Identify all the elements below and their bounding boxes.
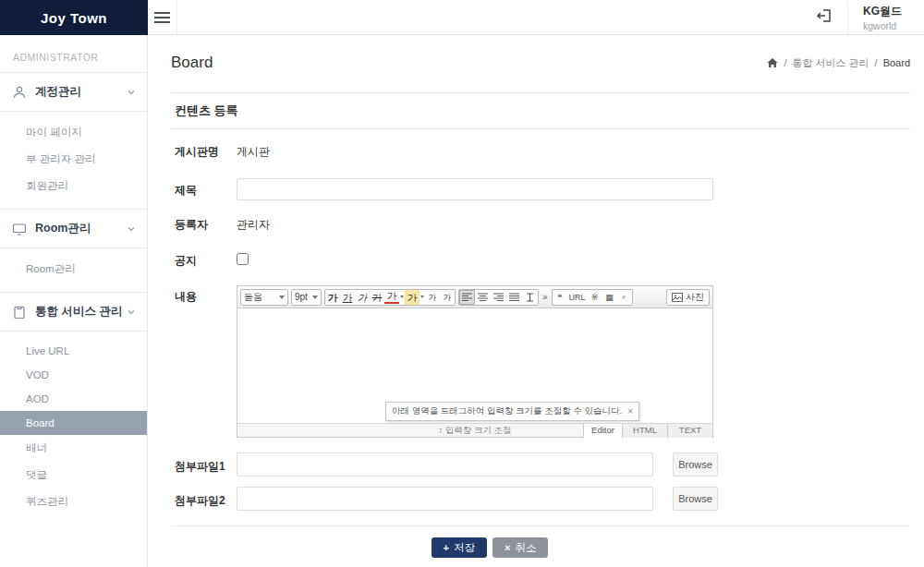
table-button[interactable]: ▦ [602, 290, 617, 305]
notice-checkbox[interactable] [237, 253, 249, 265]
chevron-down-icon [127, 88, 136, 97]
logout-button[interactable] [803, 3, 847, 31]
notice-label: 공지 [175, 253, 237, 269]
home-icon[interactable] [767, 57, 778, 68]
align-right-icon [493, 293, 504, 302]
caret-down-icon[interactable] [420, 296, 424, 298]
sidebar-item-live-url[interactable]: Live URL [0, 339, 147, 363]
sidebar-item-room[interactable]: Room관리 [0, 256, 147, 283]
attachment2-input[interactable] [237, 487, 653, 511]
align-left-button[interactable] [459, 290, 475, 305]
admin-label: ADMINISTRATOR [0, 35, 147, 72]
subscript-button[interactable]: 가 [440, 290, 455, 305]
author-row: 등록자 관리자 [171, 217, 910, 233]
chevron-down-icon [127, 224, 136, 234]
editor-toolbar: 돋움 9pt 가 가 가 가 [237, 286, 712, 308]
editor-mode-tabs: Editor HTML TEXT [583, 424, 712, 438]
align-justify-icon [509, 293, 519, 302]
attachment2-browse-button[interactable]: Browse [673, 487, 718, 511]
topbar: Joy Town KG월드 kgworld [0, 0, 924, 35]
breadcrumb-sep: / [875, 57, 878, 68]
italic-button[interactable]: 가 [355, 290, 370, 305]
attachment1-browse-button[interactable]: Browse [673, 452, 718, 477]
sidebar-item-my-page[interactable]: 마이 페이지 [0, 119, 147, 146]
highlight-color-button[interactable]: 가 [405, 290, 419, 305]
sidebar-list-services: Live URL VOD AOD Board 배너 댓글 퀴즈관리 [0, 331, 147, 525]
attachment1-label: 첨부파일1 [175, 452, 237, 477]
cancel-button[interactable]: × 취소 [492, 537, 548, 558]
sidebar-item-members[interactable]: 회원관리 [0, 173, 147, 199]
sidebar-section-account: 계정관리 마이 페이지 부 관리자 관리 회원관리 [0, 72, 147, 209]
author-label: 등록자 [175, 217, 237, 233]
breadcrumb-item[interactable]: 통합 서비스 관리 [792, 56, 869, 70]
topbar-spacer [177, 0, 803, 34]
sidebar-item-vod[interactable]: VOD [0, 363, 147, 387]
insert-photo-button[interactable]: 사진 [666, 289, 710, 306]
attachment1-row: 첨부파일1 Browse [171, 452, 910, 477]
sidebar-item-banner[interactable]: 배너 [0, 435, 147, 462]
sidebar-list-account: 마이 페이지 부 관리자 관리 회원관리 [0, 111, 147, 209]
tab-html[interactable]: HTML [622, 424, 667, 438]
sidebar-section-services-header[interactable]: 통합 서비스 관리 [0, 293, 147, 331]
bold-button[interactable]: 가 [325, 290, 340, 305]
font-color-button[interactable]: 가 [384, 290, 399, 304]
sidebar-item-aod[interactable]: AOD [0, 387, 147, 411]
search-button[interactable]: ⌕ [617, 290, 632, 305]
font-size-select[interactable]: 9pt [291, 289, 322, 306]
align-right-button[interactable] [491, 290, 506, 305]
title-input[interactable] [237, 178, 713, 200]
line-height-button[interactable] [522, 290, 538, 305]
align-center-button[interactable] [475, 290, 491, 305]
tab-editor[interactable]: Editor [583, 424, 622, 438]
title-label: 제목 [175, 178, 237, 200]
page-header: Board / 통합 서비스 관리 / Board [148, 35, 924, 85]
link-button[interactable]: URL [567, 290, 588, 305]
sidebar-section-label: Room관리 [35, 221, 127, 236]
caret-down-icon[interactable] [400, 296, 404, 298]
form-actions: + 저장 × 취소 [171, 537, 808, 567]
special-char-button[interactable]: ※ [588, 290, 602, 305]
sidebar: ADMINISTRATOR 계정관리 마이 페이지 부 관리자 관리 회원관리 … [0, 35, 148, 567]
rich-text-editor: 돋움 9pt 가 가 가 가 [237, 285, 713, 438]
align-button-group [458, 289, 539, 306]
sidebar-item-board[interactable]: Board [0, 411, 147, 435]
breadcrumb: / 통합 서비스 관리 / Board [767, 56, 910, 70]
toolbar-more-button[interactable]: » [541, 292, 549, 302]
font-family-select[interactable]: 돋움 [240, 289, 288, 306]
content-label: 내용 [175, 285, 237, 438]
sidebar-section-services: 통합 서비스 관리 Live URL VOD AOD Board 배너 댓글 퀴… [0, 292, 147, 525]
sidebar-item-comments[interactable]: 댓글 [0, 462, 147, 489]
tab-text[interactable]: TEXT [667, 424, 712, 438]
notice-row: 공지 [171, 253, 910, 269]
sidebar-item-sub-admin[interactable]: 부 관리자 관리 [0, 146, 147, 173]
monitor-icon [12, 222, 27, 236]
sidebar-section-account-header[interactable]: 계정관리 [0, 73, 147, 111]
user-icon [12, 85, 27, 100]
font-size-value: 9pt [295, 292, 308, 302]
app-logo[interactable]: Joy Town [0, 0, 148, 35]
sidebar-item-quiz[interactable]: 퀴즈관리 [0, 489, 147, 515]
sidebar-section-label: 계정관리 [35, 84, 127, 100]
insert-photo-label: 사진 [686, 291, 704, 304]
cancel-button-label: 취소 [515, 541, 536, 555]
superscript-button[interactable]: 가 [425, 290, 440, 305]
x-icon: × [505, 542, 510, 553]
clipboard-icon [12, 305, 27, 320]
user-block[interactable]: KG월드 kgworld [847, 1, 915, 34]
close-icon[interactable]: × [627, 406, 633, 416]
save-button[interactable]: + 저장 [432, 537, 487, 558]
align-justify-button[interactable] [506, 290, 522, 305]
editor-resize-handle[interactable]: ↕ 입력창 크기 조절 Editor HTML TEXT [237, 423, 712, 437]
caret-down-icon [279, 296, 285, 299]
attachment1-input[interactable] [237, 452, 653, 477]
format-button-group: 가 가 가 가 가 가 가 가 [324, 289, 456, 306]
underline-button[interactable]: 가 [340, 290, 355, 305]
main-content: Board / 통합 서비스 관리 / Board 컨텐츠 등록 게시판명 게시… [148, 35, 924, 567]
quote-button[interactable]: ❝ [553, 290, 567, 305]
hamburger-menu-button[interactable] [148, 0, 177, 34]
sidebar-section-room-header[interactable]: Room관리 [0, 210, 147, 247]
content-row: 내용 돋움 9pt [171, 285, 910, 438]
board-name-row: 게시판명 게시판 [171, 144, 910, 160]
title-row: 제목 [171, 178, 910, 200]
strikethrough-button[interactable]: 가 [370, 290, 384, 305]
